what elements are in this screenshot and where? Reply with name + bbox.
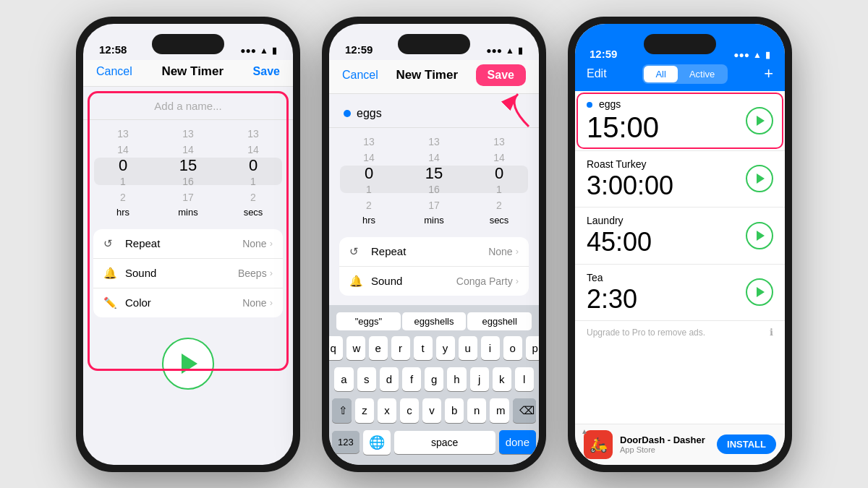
time-picker-1[interactable]: 13 14 0 1 2 hrs 13 14 15 16 17 mins xyxy=(83,120,293,223)
key-delete[interactable]: ⌫ xyxy=(513,398,536,423)
signal-icon: ●●● xyxy=(240,46,256,56)
key-k[interactable]: k xyxy=(493,367,511,391)
key-c[interactable]: c xyxy=(400,398,419,423)
key-done[interactable]: done xyxy=(499,430,536,454)
name-input-2[interactable]: eggs xyxy=(329,94,539,128)
dynamic-island-3 xyxy=(644,34,716,54)
repeat-row-2[interactable]: ↺ Repeat None › xyxy=(339,237,529,267)
name-input-1[interactable]: Add a name... xyxy=(83,87,293,120)
key-g[interactable]: g xyxy=(425,367,443,391)
wifi-icon-3: ▲ xyxy=(753,50,762,60)
name-dot xyxy=(344,110,351,117)
key-emoji[interactable]: 🌐 xyxy=(363,430,391,455)
repeat-row-1[interactable]: ↺ Repeat None › xyxy=(93,229,283,259)
timer-time-tea: 2:30 xyxy=(587,285,746,314)
phone-3: 12:59 ●●● ▲ ▮ Edit All Active + xyxy=(568,17,792,472)
upgrade-bar[interactable]: Upgrade to Pro to remove ads. ℹ xyxy=(575,320,785,343)
key-e[interactable]: e xyxy=(369,336,388,360)
mins-picker-2[interactable]: 13 14 15 16 17 mins xyxy=(401,134,467,226)
nav-bar-2: Cancel New Timer Save xyxy=(329,60,539,94)
key-z[interactable]: z xyxy=(355,398,374,423)
key-a[interactable]: a xyxy=(334,367,353,391)
key-y[interactable]: y xyxy=(436,336,455,360)
secs-picker[interactable]: 13 14 0 1 2 secs xyxy=(221,126,286,218)
save-button-1[interactable]: Save xyxy=(253,65,280,78)
key-j[interactable]: j xyxy=(470,367,489,391)
info-icon[interactable]: ℹ xyxy=(770,327,773,338)
sound-row-1[interactable]: 🔔 Sound Beeps › xyxy=(93,259,283,288)
key-m[interactable]: m xyxy=(490,398,509,423)
key-s[interactable]: s xyxy=(357,367,376,391)
timer-play-tea[interactable] xyxy=(746,278,773,306)
key-u[interactable]: u xyxy=(459,336,477,360)
suggestion-2[interactable]: eggshells xyxy=(402,312,467,330)
repeat-icon-1: ↺ xyxy=(103,237,118,250)
key-shift[interactable]: ⇧ xyxy=(332,398,352,423)
key-t[interactable]: t xyxy=(414,336,433,360)
time-picker-2[interactable]: 13 14 0 1 2 hrs 13 14 15 16 17 mins 13 xyxy=(329,128,539,231)
status-icons-2: ●●● ▲ ▮ xyxy=(486,46,523,56)
play-icon-tea xyxy=(757,287,765,297)
color-row-1[interactable]: ✏️ Color None › xyxy=(93,288,283,317)
timer-eggs[interactable]: eggs 15:00 xyxy=(575,91,785,151)
sound-row-2[interactable]: 🔔 Sound Conga Party › xyxy=(339,267,529,296)
play-icon-eggs xyxy=(757,116,765,126)
save-button-2[interactable]: Save xyxy=(476,64,526,86)
key-h[interactable]: h xyxy=(447,367,466,391)
kbd-suggestions: "eggs" eggshells eggshell xyxy=(332,309,536,333)
kbd-row-1: q w e r t y u i o p xyxy=(332,336,536,360)
key-space[interactable]: space xyxy=(394,431,495,454)
chevron-icon-4: › xyxy=(516,246,519,257)
edit-button[interactable]: Edit xyxy=(587,67,607,80)
chevron-icon-2: › xyxy=(270,267,273,278)
kbd-row-bottom: 123 🌐 space done xyxy=(332,430,536,455)
cancel-button-1[interactable]: Cancel xyxy=(96,65,132,78)
timer-play-roast-turkey[interactable] xyxy=(746,165,773,192)
keyboard-2: "eggs" eggshells eggshell q w e r t y u … xyxy=(329,305,539,465)
cancel-button-2[interactable]: Cancel xyxy=(342,69,378,82)
timer-play-eggs[interactable] xyxy=(746,107,773,134)
chevron-icon-3: › xyxy=(270,297,273,308)
status-time-1: 12:58 xyxy=(99,43,127,56)
key-num[interactable]: 123 xyxy=(332,431,359,453)
nav-title-1: New Timer xyxy=(161,64,224,79)
key-x[interactable]: x xyxy=(378,398,396,423)
hours-picker-2[interactable]: 13 14 0 1 2 hrs xyxy=(336,134,401,226)
key-l[interactable]: l xyxy=(515,367,534,391)
segment-control: All Active xyxy=(642,64,728,84)
timer-time-eggs: 15:00 xyxy=(587,111,746,143)
install-button[interactable]: INSTALL xyxy=(717,435,776,454)
start-button-1[interactable] xyxy=(162,338,214,390)
timer-play-laundry[interactable] xyxy=(746,222,773,249)
ad-subtitle: App Store xyxy=(620,445,710,454)
timer-name-eggs: eggs xyxy=(599,98,621,110)
key-o[interactable]: o xyxy=(503,336,522,360)
timer-tea[interactable]: Tea 2:30 xyxy=(575,265,785,321)
timer-laundry[interactable]: Laundry 45:00 xyxy=(575,207,785,265)
secs-picker-2[interactable]: 13 14 0 1 2 secs xyxy=(467,134,532,226)
key-q[interactable]: q xyxy=(329,336,343,360)
status-icons-1: ●●● ▲ ▮ xyxy=(240,46,277,56)
key-w[interactable]: w xyxy=(346,336,365,360)
key-n[interactable]: n xyxy=(467,398,486,423)
tab-active[interactable]: Active xyxy=(678,66,726,82)
chevron-icon-5: › xyxy=(516,275,519,286)
tab-all[interactable]: All xyxy=(644,66,677,82)
key-r[interactable]: r xyxy=(391,336,410,360)
key-i[interactable]: i xyxy=(481,336,500,360)
play-icon-laundry xyxy=(757,231,765,241)
add-timer-button[interactable]: + xyxy=(764,64,773,83)
dynamic-island-2 xyxy=(398,34,470,54)
key-d[interactable]: d xyxy=(380,367,399,391)
key-f[interactable]: f xyxy=(402,367,421,391)
suggestion-1[interactable]: "eggs" xyxy=(336,312,401,330)
key-p[interactable]: p xyxy=(526,336,540,360)
suggestion-3[interactable]: eggshell xyxy=(467,312,532,330)
key-b[interactable]: b xyxy=(445,398,464,423)
play-icon-1 xyxy=(182,354,197,374)
timer-roast-turkey[interactable]: Roast Turkey 3:00:00 xyxy=(575,151,785,208)
hours-picker[interactable]: 13 14 0 1 2 hrs xyxy=(90,126,156,218)
key-v[interactable]: v xyxy=(422,398,441,423)
mins-picker[interactable]: 13 14 15 16 17 mins xyxy=(156,126,221,218)
ad-label: ▲ xyxy=(581,427,588,435)
